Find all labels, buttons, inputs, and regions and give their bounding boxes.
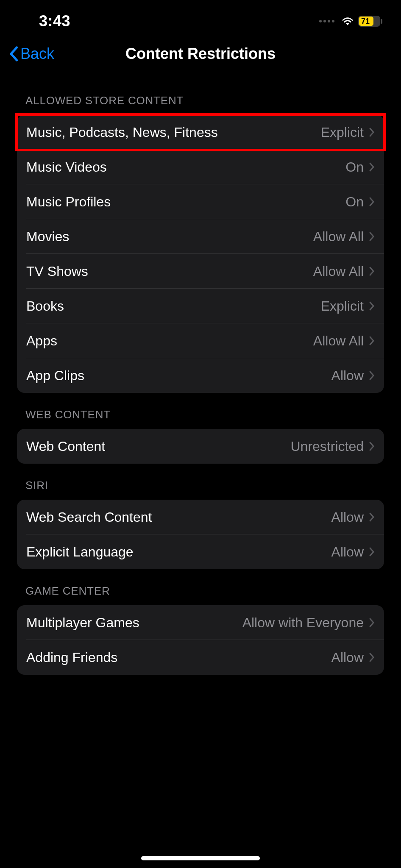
settings-row[interactable]: MoviesAllow All <box>17 219 384 254</box>
section-group: Multiplayer GamesAllow with EveryoneAddi… <box>17 605 384 675</box>
row-label: Music Profiles <box>26 194 111 210</box>
chevron-right-icon <box>369 547 375 557</box>
row-label: Books <box>26 298 64 314</box>
row-value: Allow <box>331 544 364 560</box>
row-label: Adding Friends <box>26 650 117 665</box>
back-button[interactable]: Back <box>8 45 54 63</box>
row-right: Unrestricted <box>291 439 375 454</box>
chevron-right-icon <box>369 162 375 172</box>
settings-row[interactable]: Music ProfilesOn <box>17 184 384 219</box>
section-header: WEB CONTENT <box>0 393 401 426</box>
battery-icon: 71 <box>358 16 382 27</box>
home-indicator[interactable] <box>141 856 260 860</box>
row-right: Allow All <box>313 229 375 245</box>
row-value: Allow All <box>313 333 364 349</box>
section-header: GAME CENTER <box>0 569 401 602</box>
section-header: ALLOWED STORE CONTENT <box>0 79 401 111</box>
chevron-right-icon <box>369 336 375 346</box>
chevron-right-icon <box>369 266 375 276</box>
settings-row[interactable]: AppsAllow All <box>17 323 384 358</box>
row-label: Music, Podcasts, News, Fitness <box>26 125 218 140</box>
row-right: Allow <box>331 544 375 560</box>
row-value: Unrestricted <box>291 439 364 454</box>
settings-row[interactable]: Music VideosOn <box>17 150 384 184</box>
chevron-right-icon <box>369 441 375 451</box>
settings-row[interactable]: BooksExplicit <box>17 289 384 323</box>
settings-row[interactable]: Explicit LanguageAllow <box>17 534 384 569</box>
page-title: Content Restrictions <box>125 45 276 63</box>
row-label: Web Search Content <box>26 509 152 525</box>
row-value: Allow with Everyone <box>242 615 364 631</box>
row-label: Web Content <box>26 439 105 454</box>
row-right: Allow All <box>313 333 375 349</box>
section-group: Music, Podcasts, News, FitnessExplicitMu… <box>17 115 384 393</box>
row-right: Allow <box>331 509 375 525</box>
row-label: Movies <box>26 229 69 245</box>
row-right: Allow <box>331 650 375 665</box>
row-label: Apps <box>26 333 57 349</box>
row-value: Allow All <box>313 229 364 245</box>
row-value: Allow <box>331 368 364 384</box>
settings-row[interactable]: Multiplayer GamesAllow with Everyone <box>17 605 384 640</box>
settings-row[interactable]: Web Search ContentAllow <box>17 500 384 534</box>
row-right: Explicit <box>321 125 375 140</box>
section-group: Web Search ContentAllowExplicit Language… <box>17 500 384 569</box>
nav-header: Back Content Restrictions <box>0 32 401 79</box>
chevron-right-icon <box>369 512 375 522</box>
row-value: Allow <box>331 509 364 525</box>
settings-row[interactable]: App ClipsAllow <box>17 358 384 393</box>
content-area: ALLOWED STORE CONTENTMusic, Podcasts, Ne… <box>0 79 401 675</box>
row-label: Music Videos <box>26 159 107 175</box>
row-right: Explicit <box>321 298 375 314</box>
row-right: On <box>345 194 375 210</box>
settings-row[interactable]: TV ShowsAllow All <box>17 254 384 289</box>
row-value: On <box>345 159 364 175</box>
row-right: On <box>345 159 375 175</box>
signal-dots-icon <box>319 20 334 22</box>
status-bar: 3:43 71 <box>0 0 401 32</box>
settings-row[interactable]: Adding FriendsAllow <box>17 640 384 675</box>
row-value: On <box>345 194 364 210</box>
settings-row[interactable]: Web ContentUnrestricted <box>17 429 384 464</box>
row-right: Allow <box>331 368 375 384</box>
row-label: Multiplayer Games <box>26 615 139 631</box>
chevron-right-icon <box>369 127 375 137</box>
row-right: Allow All <box>313 264 375 279</box>
row-value: Allow <box>331 650 364 665</box>
row-label: App Clips <box>26 368 84 384</box>
row-label: Explicit Language <box>26 544 134 560</box>
battery-percent: 71 <box>361 17 370 26</box>
settings-row[interactable]: Music, Podcasts, News, FitnessExplicit <box>17 115 384 150</box>
back-label: Back <box>20 45 54 63</box>
chevron-left-icon <box>8 46 19 61</box>
status-indicators: 71 <box>319 16 382 27</box>
chevron-right-icon <box>369 618 375 628</box>
row-value: Explicit <box>321 298 364 314</box>
section-header: SIRI <box>0 464 401 496</box>
chevron-right-icon <box>369 370 375 381</box>
chevron-right-icon <box>369 652 375 662</box>
section-group: Web ContentUnrestricted <box>17 429 384 464</box>
row-value: Explicit <box>321 125 364 140</box>
row-right: Allow with Everyone <box>242 615 375 631</box>
chevron-right-icon <box>369 231 375 242</box>
chevron-right-icon <box>369 301 375 311</box>
row-label: TV Shows <box>26 264 88 279</box>
row-value: Allow All <box>313 264 364 279</box>
chevron-right-icon <box>369 197 375 207</box>
status-time: 3:43 <box>39 12 70 30</box>
wifi-icon <box>341 17 354 26</box>
